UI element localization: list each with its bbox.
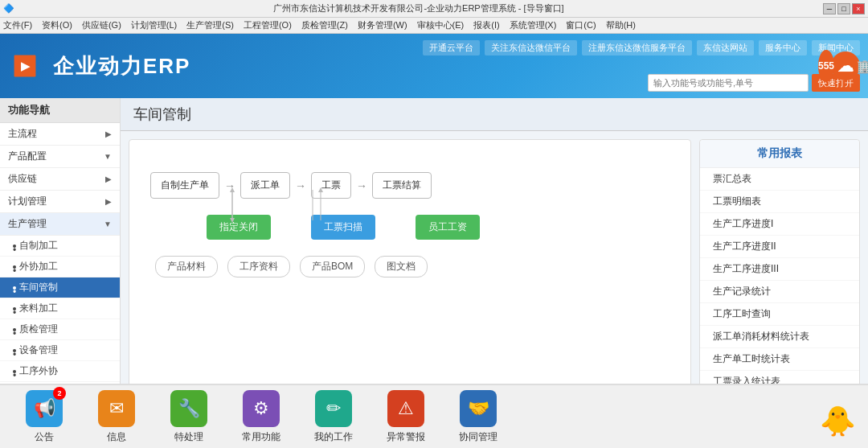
report-item-ticket-summary[interactable]: 票汇总表 xyxy=(700,168,859,191)
menu-engineering[interactable]: 工程管理(O) xyxy=(244,19,292,31)
report-item-time-query[interactable]: 工序工时查询 xyxy=(700,303,859,326)
menu-finance[interactable]: 财务管理(W) xyxy=(358,19,407,31)
main-area: 功能导航 主流程 ▶ 产品配置 ▼ 供应链 ▶ 计划管理 ▶ 生产管理 ▼ • … xyxy=(0,98,868,384)
menu-window[interactable]: 窗口(C) xyxy=(566,19,596,31)
sidebar-subitem-equipment[interactable]: • 设备管理 xyxy=(0,340,120,361)
btn-special-handle[interactable]: 🔧 特处理 xyxy=(161,390,217,444)
sidebar-item-label: 计划管理 xyxy=(8,195,47,208)
menu-report[interactable]: 报表(I) xyxy=(473,19,499,31)
menu-plan[interactable]: 计划管理(L) xyxy=(131,19,177,31)
logo-icon: ▶ xyxy=(3,44,47,88)
window-title: 广州市东信达计算机技术开发有限公司-企业动力ERP管理系统 - [导导窗口] xyxy=(14,2,823,14)
btn-special-handle-label: 特处理 xyxy=(174,430,203,444)
sidebar-item-label: 供应链 xyxy=(8,172,37,186)
btn-my-work[interactable]: ✏ 我的工作 xyxy=(305,390,362,444)
menu-help[interactable]: 帮助(H) xyxy=(606,19,636,31)
sidebar: 功能导航 主流程 ▶ 产品配置 ▼ 供应链 ▶ 计划管理 ▶ 生产管理 ▼ • … xyxy=(0,98,121,384)
maximize-button[interactable]: □ xyxy=(837,3,850,14)
sidebar-item-main-flow[interactable]: 主流程 ▶ xyxy=(0,123,120,146)
nav-sub-label: 质检管理 xyxy=(19,323,58,336)
sidebar-item-production-mgmt[interactable]: 生产管理 ▼ xyxy=(0,213,120,236)
flow-node-ticket[interactable]: 工票 xyxy=(311,172,351,199)
flow-node-settlement[interactable]: 工票结算 xyxy=(372,172,432,199)
sidebar-item-supply-chain[interactable]: 供应链 ▶ xyxy=(0,168,120,191)
user-avatar[interactable]: 555 xyxy=(818,50,834,82)
btn-message[interactable]: ✉ 信息 xyxy=(88,390,145,444)
chevron-right-icon: ▶ xyxy=(105,175,112,183)
announcement-icon: 📢 2 xyxy=(26,390,63,427)
report-item-material-stats[interactable]: 派工单消耗材料统计表 xyxy=(700,326,859,348)
report-item-order-time-stats[interactable]: 生产单工时统计表 xyxy=(700,348,859,371)
flow-node-dispatch[interactable]: 派工单 xyxy=(240,172,290,199)
sidebar-item-product-config[interactable]: 产品配置 ▼ xyxy=(0,146,120,168)
report-item-progress-1[interactable]: 生产工序进度I xyxy=(700,213,859,236)
report-item-progress-3[interactable]: 生产工序进度III xyxy=(700,258,859,281)
chevron-down-icon: ▼ xyxy=(104,220,112,228)
top-links: 开通云平台 关注东信达微信平台 注册东信达微信服务平台 东信达网站 服务中心 新… xyxy=(423,40,860,55)
btn-announcement[interactable]: 📢 2 公告 xyxy=(16,390,72,444)
link-website[interactable]: 东信达网站 xyxy=(697,40,754,55)
right-panel: 常用报表 票汇总表 工票明细表 生产工序进度I 生产工序进度II 生产工序进度I… xyxy=(699,139,860,384)
sidebar-subitem-outsource[interactable]: • 外协加工 xyxy=(0,257,120,277)
content-body: 自制生产单 → 派工单 → 工票 → 工票结算 xyxy=(121,131,868,384)
content-area: 车间管制 自制生产单 → 派工单 → 工票 → 工票结算 xyxy=(121,98,868,384)
report-item-ticket-entry-stats[interactable]: 工票录入统计表 xyxy=(700,371,859,384)
btn-ticket-scan[interactable]: 工票扫描 xyxy=(311,215,375,240)
sidebar-subitem-incoming[interactable]: • 来料加工 xyxy=(0,298,120,319)
sidebar-subitem-process-outsource[interactable]: • 工序外协 xyxy=(0,361,120,382)
sidebar-subitem-workshop[interactable]: • 车间管制 xyxy=(0,277,120,298)
quick-search-input[interactable] xyxy=(648,74,809,92)
btn-collab[interactable]: 🤝 协同管理 xyxy=(450,390,506,444)
bullet-icon: • xyxy=(13,286,16,290)
menu-system[interactable]: 系统管理(X) xyxy=(510,19,557,31)
announcement-badge: 2 xyxy=(53,387,66,400)
btn-message-label: 信息 xyxy=(107,430,126,444)
link-wechat[interactable]: 关注东信达微信平台 xyxy=(485,40,577,55)
btn-product-material[interactable]: 产品材料 xyxy=(155,256,218,277)
menu-file[interactable]: 文件(F) xyxy=(3,19,32,31)
link-cloud[interactable]: 开通云平台 xyxy=(423,40,480,55)
menu-quality[interactable]: 质检管理(Z) xyxy=(301,19,348,31)
btn-common-func[interactable]: ⚙ 常用功能 xyxy=(233,390,289,444)
common-func-icon: ⚙ xyxy=(243,390,280,427)
btn-assign-close[interactable]: 指定关闭 xyxy=(207,215,271,240)
btn-product-bom[interactable]: 产品BOM xyxy=(300,256,365,277)
report-item-ticket-detail[interactable]: 工票明细表 xyxy=(700,191,859,213)
resource-buttons: 产品材料 工序资料 产品BOM 图文档 xyxy=(155,256,678,277)
right-panel-title: 常用报表 xyxy=(700,140,859,168)
btn-common-func-label: 常用功能 xyxy=(242,430,280,444)
flow-arrow-3: → xyxy=(356,179,367,192)
btn-drawing[interactable]: 图文档 xyxy=(375,256,428,277)
nav-sub-label: 设备管理 xyxy=(19,343,58,357)
menu-data[interactable]: 资料(O) xyxy=(42,19,72,31)
sidebar-item-plan-mgmt[interactable]: 计划管理 ▶ xyxy=(0,191,120,213)
report-item-progress-2[interactable]: 生产工序进度II xyxy=(700,236,859,258)
nav-sub-label: 来料加工 xyxy=(19,302,58,315)
menu-audit[interactable]: 审核中心(E) xyxy=(417,19,465,31)
flow-arrow-2: → xyxy=(295,179,306,192)
flow-action-buttons: 指定关闭 工票扫描 员工工资 xyxy=(207,215,678,240)
flow-main-row: 自制生产单 → 派工单 → 工票 → 工票结算 xyxy=(150,172,678,199)
nav-sub-label: 工序外协 xyxy=(19,364,58,378)
flow-diagram: 自制生产单 → 派工单 → 工票 → 工票结算 xyxy=(129,139,691,384)
sidebar-subitem-self-processing[interactable]: • 自制加工 xyxy=(0,236,120,257)
menu-supply[interactable]: 供应链(G) xyxy=(82,19,121,31)
btn-employee-wage[interactable]: 员工工资 xyxy=(416,215,480,240)
sidebar-subitem-quality[interactable]: • 质检管理 xyxy=(0,319,120,340)
bullet-icon: • xyxy=(13,245,16,248)
window-controls: ─ □ × xyxy=(823,3,865,14)
link-service[interactable]: 服务中心 xyxy=(759,40,807,55)
link-register[interactable]: 注册东信达微信服务平台 xyxy=(582,40,692,55)
btn-process-data[interactable]: 工序资料 xyxy=(227,256,290,277)
chevron-right-icon: ▶ xyxy=(105,129,112,138)
menu-production[interactable]: 生产管理(S) xyxy=(186,19,234,31)
minimize-button[interactable]: ─ xyxy=(823,3,836,14)
close-button[interactable]: × xyxy=(852,3,865,14)
collab-icon: 🤝 xyxy=(460,390,497,427)
btn-my-work-label: 我的工作 xyxy=(314,430,353,444)
erp-icon-badge: 🏢 xyxy=(857,59,868,74)
flow-node-production-order[interactable]: 自制生产单 xyxy=(150,172,219,199)
btn-alarm[interactable]: ⚠ 异常警报 xyxy=(378,390,434,444)
report-item-production-stats[interactable]: 生产记录统计 xyxy=(700,281,859,303)
menubar: 文件(F) 资料(O) 供应链(G) 计划管理(L) 生产管理(S) 工程管理(… xyxy=(0,18,868,34)
